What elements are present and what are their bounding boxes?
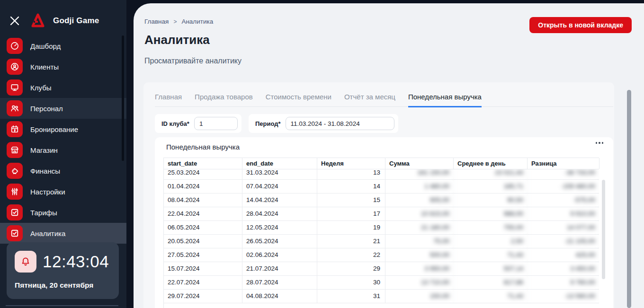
breadcrumb-home[interactable]: Главная [144, 18, 169, 25]
breadcrumb-separator: > [173, 18, 177, 25]
breadcrumb-current[interactable]: Аналитика [181, 18, 213, 25]
sidebar-item-label: Финансы [30, 167, 60, 175]
column-header: start_date [164, 158, 242, 169]
sidebar-item-tariffs[interactable]: Тарифы [0, 202, 126, 223]
sidebar-item-label: Клубы [30, 84, 52, 92]
cell-end-date: 28.07.2024 [242, 276, 317, 289]
tab-time-cost[interactable]: Стоимость времени [266, 93, 331, 106]
cell-week: 15 [317, 194, 385, 207]
godji-logo-icon [28, 11, 47, 30]
sidebar-item-analytics[interactable]: Аналитика [0, 223, 126, 244]
finance-icon [7, 163, 23, 179]
club-id-input[interactable] [194, 117, 238, 130]
sidebar-item-clubs[interactable]: Клубы [0, 77, 126, 98]
cell-week: 21 [317, 235, 385, 248]
sidebar-item-label: Бронирование [30, 125, 78, 133]
open-in-new-tab-button[interactable]: Открыть в новой вкладке [529, 17, 632, 33]
cell-avg-redacted: 988,00 [454, 207, 528, 220]
cell-diff-redacted: 425,00 [528, 248, 599, 262]
column-header: end_date [242, 158, 317, 169]
table-row: 08.04.202414.04.202415905,0090,50-575,00 [164, 194, 599, 207]
sidebar-item-label: Магазин [30, 146, 58, 154]
cell-sum-redacted: 500,00 [385, 248, 454, 262]
cell-start-date: 08.04.2024 [164, 194, 242, 207]
sidebar-item-clients[interactable]: Клиенты [0, 56, 126, 77]
sidebar-item-label: Аналитика [30, 229, 65, 238]
cell-start-date: 01.04.2024 [164, 180, 242, 193]
cell-diff-redacted: 14 077,00 [528, 221, 599, 234]
notification-bell-icon[interactable] [15, 251, 36, 273]
cell-avg-redacted: 507,14 [454, 262, 528, 275]
cell-end-date: 28.04.2024 [242, 207, 317, 220]
sidebar-divider [6, 305, 118, 306]
cell-sum-redacted: 13 710,00 [385, 276, 454, 289]
cell-sum-redacted: 905,00 [385, 194, 454, 207]
sidebar-item-label: Настройки [30, 188, 65, 196]
page-title: Аналитика [144, 33, 210, 47]
cell-sum-redacted: 10 815,00 [385, 207, 454, 220]
sidebar-item-staff[interactable]: Персонал [0, 98, 126, 119]
cell-sum-redacted: 150,00 [385, 290, 454, 303]
cell-sum-redacted: 21 180,00 [385, 221, 454, 234]
sidebar-item-label: Дашборд [30, 42, 61, 50]
sidebar-item-dashboard[interactable]: Дашборд [0, 35, 126, 56]
cell-diff-redacted: 9 760,00 [528, 276, 599, 289]
weekly-revenue-card: Понедельная выручка start_date end_date … [155, 137, 613, 308]
analytics-tab-panel: Главная Продажа товаров Стоимость времен… [143, 82, 614, 308]
brand-row: Godji Game [7, 11, 99, 30]
cell-diff-redacted: -21 105,00 [528, 235, 599, 248]
close-sidebar-icon[interactable] [7, 13, 23, 29]
tab-month-report[interactable]: Отчёт за месяц [344, 93, 395, 106]
sidebar-item-label: Персонал [30, 105, 63, 113]
sidebar-item-settings[interactable]: Настройки [0, 181, 126, 202]
clients-icon [7, 59, 23, 75]
column-header: Неделя [317, 158, 385, 169]
table-scrollbar[interactable] [602, 180, 605, 279]
cell-end-date: 14.04.2024 [242, 194, 317, 207]
cell-end-date: 04.08.2024 [242, 290, 317, 303]
clock-time: 12:43:04 [43, 251, 109, 273]
table-row: 22.07.202428.07.20243013 710,00817,869 7… [164, 276, 599, 290]
page-scrollbar[interactable] [627, 90, 631, 308]
cell-diff-redacted: -159 480,00 [528, 180, 599, 193]
club-id-filter: ID клуба* [155, 114, 242, 133]
cell-diff-redacted: -13 560,00 [528, 290, 599, 303]
table-row: 22.04.202428.04.20241710 815,00988,009 9… [164, 207, 599, 221]
cell-week: 30 [317, 276, 385, 289]
cell-end-date: 31.03.2024 [242, 169, 317, 179]
booking-icon [7, 121, 23, 137]
column-header: Разница [528, 158, 599, 169]
sidebar-item-label: Клиенты [30, 63, 59, 71]
sidebar-item-booking[interactable]: Бронирование [0, 119, 126, 140]
table-row: 15.07.202421.07.2024293 950,00507,143 45… [164, 262, 599, 276]
card-menu-icon[interactable] [594, 140, 606, 146]
breadcrumb: Главная > Аналитика [144, 18, 213, 25]
cell-start-date: 22.07.2024 [164, 276, 242, 289]
sidebar-item-finance[interactable]: Финансы [0, 160, 126, 181]
cell-week: 13 [317, 169, 385, 179]
cell-diff-redacted: 3 450,00 [528, 262, 599, 275]
cell-sum-redacted: 75,00 [385, 235, 454, 248]
main-panel: Главная > Аналитика Открыть в новой вкла… [134, 3, 644, 308]
cell-end-date: 12.05.2024 [242, 221, 317, 234]
sidebar-item-label: Тарифы [30, 209, 57, 217]
sidebar-scrollbar[interactable] [122, 35, 124, 161]
cell-avg-redacted: 23 021,43 [454, 169, 528, 179]
sidebar: Godji Game Дашборд Клиенты Клубы Персона… [0, 0, 126, 308]
cell-end-date: 21.07.2024 [242, 262, 317, 275]
cell-avg-redacted: 185,71 [454, 180, 528, 193]
sidebar-nav: Дашборд Клиенты Клубы Персонал Бронирова… [0, 35, 126, 244]
tariffs-icon [7, 204, 23, 220]
period-input[interactable] [286, 117, 394, 130]
cell-start-date: 15.07.2024 [164, 262, 242, 275]
cell-avg-redacted: 90,50 [454, 194, 528, 207]
shop-icon [7, 142, 23, 158]
tab-main[interactable]: Главная [155, 93, 182, 106]
tab-goods-sales[interactable]: Продажа товаров [195, 93, 253, 106]
tab-weekly-revenue[interactable]: Понедельная выручка [408, 93, 482, 107]
table-header-row: start_date end_date Неделя Сумма Среднее… [163, 158, 599, 169]
dashboard-icon [7, 38, 23, 54]
cell-diff-redacted: -38 733,00 [528, 169, 599, 179]
table-row: 27.05.202402.06.202422500,0071,43425,00 [164, 248, 599, 262]
sidebar-item-shop[interactable]: Магазин [0, 140, 126, 160]
